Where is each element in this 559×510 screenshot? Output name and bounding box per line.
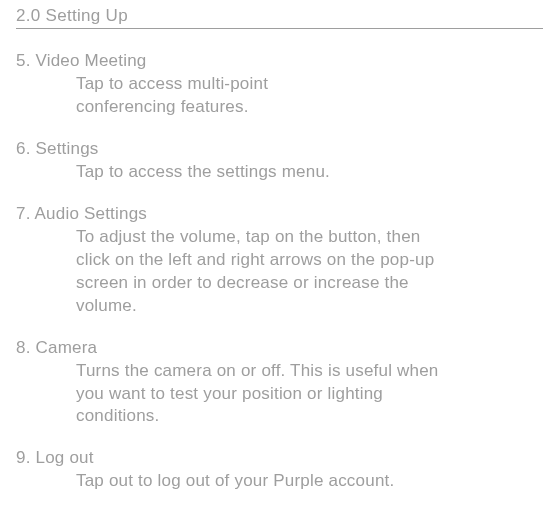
list-item: 6. Settings Tap to access the settings m… [16,139,543,184]
list-item: 8. Camera Turns the camera on or off. Th… [16,338,543,429]
item-title: 5. Video Meeting [16,51,543,71]
item-title: 8. Camera [16,338,543,358]
item-desc: To adjust the volume, tap on the button,… [76,226,456,318]
item-desc: Turns the camera on or off. This is usef… [76,360,456,429]
item-desc: Tap to access the settings menu. [76,161,456,184]
item-title: 6. Settings [16,139,543,159]
section-header: 2.0 Setting Up [16,6,543,29]
section-title: 2.0 Setting Up [16,6,543,26]
item-list: 5. Video Meeting Tap to access multi-poi… [16,51,543,493]
list-item: 7. Audio Settings To adjust the volume, … [16,204,543,318]
item-title: 7. Audio Settings [16,204,543,224]
list-item: 5. Video Meeting Tap to access multi-poi… [16,51,543,119]
item-desc: Tap to access multi-point conferencing f… [76,73,336,119]
list-item: 9. Log out Tap out to log out of your Pu… [16,448,543,493]
item-desc: Tap out to log out of your Purple accoun… [76,470,496,493]
item-title: 9. Log out [16,448,543,468]
